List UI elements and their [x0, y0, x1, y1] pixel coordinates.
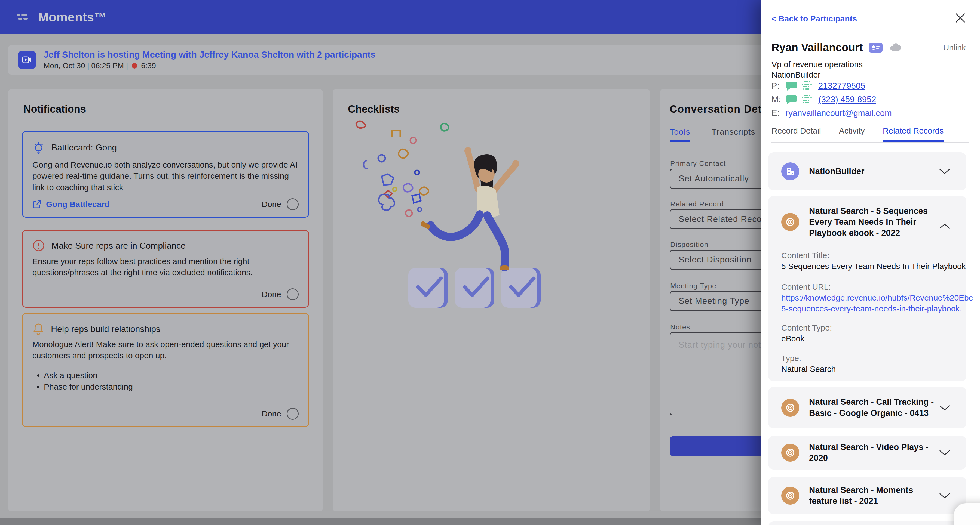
contact-company: NationBuilder: [772, 70, 821, 79]
back-to-participants-link[interactable]: < Back to Participants: [772, 14, 857, 24]
notification-title: Make Sure reps are in Compliance: [51, 241, 186, 251]
notification-body: Gong and Revenue.io both analyze convers…: [32, 159, 301, 193]
external-link-icon: [32, 200, 41, 209]
done-checkbox[interactable]: [286, 288, 299, 300]
person-illustration: [421, 147, 519, 270]
tab-record-detail[interactable]: Record Detail: [772, 126, 821, 142]
notification-card-relationships: Help reps build relationships Monologue …: [22, 313, 309, 427]
meeting-info: Jeff Shelton is hosting Meeting with Jef…: [43, 49, 375, 70]
company-icon: [781, 162, 799, 180]
type-label: Type:: [781, 354, 801, 363]
tab-related-records[interactable]: Related Records: [883, 126, 943, 142]
sms-icon[interactable]: [786, 81, 797, 91]
campaign-target-icon: [781, 487, 799, 504]
notifications-heading: Notifications: [24, 103, 86, 115]
bell-icon: [32, 322, 45, 335]
meeting-meta: Mon, Oct 30 | 06:25 PM | 6:39: [43, 62, 375, 70]
lightbulb-icon: [32, 141, 45, 154]
notification-title: Help reps build relationships: [51, 324, 160, 334]
chevron-down-icon[interactable]: [939, 449, 951, 456]
conversation-tabs: Tools Transcripts: [670, 127, 756, 142]
done-control: Done: [262, 288, 299, 300]
chevron-down-icon[interactable]: [939, 168, 951, 174]
tab-transcripts[interactable]: Transcripts: [711, 127, 755, 142]
content-title-value: 5 Sequences Every Team Needs In Their Pl…: [781, 262, 966, 271]
campaign-target-icon: [781, 399, 799, 417]
bottom-strip: [0, 519, 760, 525]
chevron-down-icon[interactable]: [939, 492, 951, 499]
gong-battlecard-link[interactable]: Gong Battlecard: [32, 200, 110, 209]
done-label: Done: [262, 200, 281, 209]
bullet-item: Ask a question: [44, 371, 133, 380]
mobile-row: M: (323) 459-8952: [772, 94, 876, 105]
chevron-up-icon[interactable]: [939, 223, 951, 230]
chevron-down-icon[interactable]: [939, 404, 951, 411]
floating-widget-peek[interactable]: [954, 503, 980, 525]
app-title: Moments™: [38, 10, 107, 24]
campaign-target-icon: [781, 213, 799, 231]
notification-bullets: Ask a question Phase for understanding: [44, 371, 133, 393]
phone-number-link[interactable]: 2132779505: [818, 81, 865, 91]
done-checkbox[interactable]: [286, 198, 299, 210]
done-control: Done: [262, 198, 299, 210]
notes-label: Notes: [670, 323, 690, 331]
checklists-panel: Checklists: [332, 89, 650, 511]
mobile-number-link[interactable]: (323) 459-8952: [818, 95, 876, 105]
meeting-type-label: Meeting Type: [670, 282, 716, 290]
tabs-divider: [772, 142, 969, 143]
mobile-label: M:: [772, 95, 781, 105]
unlink-button[interactable]: Unlink: [943, 43, 966, 52]
related-record-card-partial[interactable]: [768, 522, 966, 525]
related-record-card[interactable]: Natural Search - Call Tracking - Basic -…: [768, 387, 966, 428]
notification-card-compliance: Make Sure reps are in Compliance Ensure …: [22, 230, 309, 308]
contact-name: Ryan Vaillancourt: [772, 41, 863, 54]
contact-card-icon[interactable]: [869, 43, 883, 52]
related-record-title: Natural Search - Call Tracking - Basic -…: [809, 397, 939, 419]
dialer-list-icon[interactable]: [802, 94, 813, 105]
notification-title: Battlecard: Gong: [51, 143, 117, 152]
close-icon[interactable]: [955, 12, 966, 24]
notification-body: Ensure your reps follow best practices a…: [32, 256, 301, 278]
app-root: Moments™ Jeff Shelton is hosting Meeting…: [0, 0, 980, 525]
content-url-link[interactable]: 5-sequences-every-team-needs-in-their-pl…: [781, 304, 962, 313]
related-record-company-card[interactable]: NationBuilder: [768, 152, 966, 190]
related-record-card[interactable]: Natural Search - Moments feature list - …: [768, 477, 966, 514]
related-record-title: NationBuilder: [809, 166, 864, 177]
related-record-card[interactable]: Natural Search - Video Plays - 2020: [768, 436, 966, 469]
email-label: E:: [772, 108, 781, 118]
related-record-title: Natural Search - 5 Sequences Every Team …: [809, 206, 945, 239]
notification-card-battlecard: Battlecard: Gong Gong and Revenue.io bot…: [22, 131, 309, 217]
type-value: Natural Search: [781, 365, 836, 374]
tab-tools[interactable]: Tools: [670, 127, 690, 142]
meeting-datetime: Mon, Oct 30 | 06:25 PM |: [43, 62, 128, 70]
sms-icon[interactable]: [786, 94, 797, 105]
campaign-target-icon: [781, 444, 799, 462]
email-link[interactable]: ryanvaillancourt@gmail.com: [786, 108, 892, 118]
app-logo: Moments™: [17, 10, 107, 24]
tab-activity[interactable]: Activity: [839, 126, 865, 142]
content-title-label: Content Title:: [781, 251, 829, 260]
meeting-duration: 6:39: [141, 62, 156, 70]
phone-label: P:: [772, 81, 781, 91]
notifications-panel: Notifications Battlecard: Gong Gong and …: [8, 89, 323, 511]
checklist-celebration-illustration: [351, 120, 593, 313]
primary-contact-label: Primary Contact: [670, 159, 726, 168]
done-label: Done: [262, 290, 281, 299]
content-type-value: eBook: [781, 334, 804, 343]
content-url-label: Content URL:: [781, 282, 831, 292]
related-record-title: Natural Search - Video Plays - 2020: [809, 442, 939, 464]
contact-name-row: Ryan Vaillancourt: [772, 41, 903, 54]
email-row: E: ryanvaillancourt@gmail.com: [772, 108, 892, 118]
done-checkbox[interactable]: [286, 408, 299, 420]
dialer-list-icon[interactable]: [802, 81, 813, 91]
cloud-icon[interactable]: [889, 43, 903, 53]
moments-logo-icon: [17, 13, 33, 22]
phone-row: P: 2132779505: [772, 81, 865, 91]
content-url-link[interactable]: https://knowledge.revenue.io/hubfs/Reven…: [781, 293, 973, 303]
disposition-label: Disposition: [670, 241, 708, 249]
meeting-title-link[interactable]: Jeff Shelton is hosting Meeting with Jef…: [43, 49, 375, 60]
contact-job-title: Vp of revenue operations: [772, 60, 863, 69]
related-record-expanded-card: Natural Search - 5 Sequences Every Team …: [768, 196, 966, 381]
checklists-heading: Checklists: [348, 103, 399, 115]
bullet-item: Phase for understanding: [44, 382, 133, 392]
